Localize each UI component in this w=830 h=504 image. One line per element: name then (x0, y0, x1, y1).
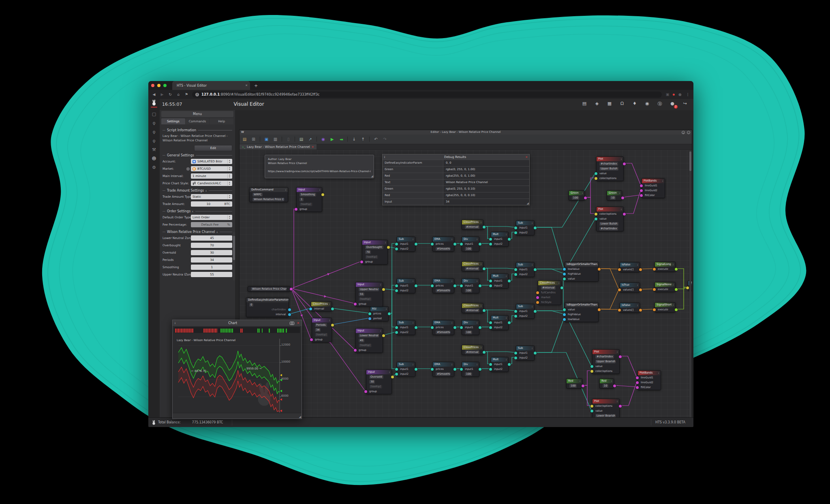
input-port[interactable] (514, 315, 517, 318)
redo-icon[interactable]: ↷ (382, 137, 387, 141)
node-cp_2[interactable]: ClosePricesi#interval (462, 303, 483, 313)
section-header[interactable]: Wilson Relative Price Channel∧ (163, 230, 232, 234)
node-plotUB[interactable]: Ploti#chartIndexUpper Bearishvaluecolor/… (592, 349, 620, 374)
output-port[interactable] (675, 288, 678, 291)
node-isf2[interactable]: IsFalseivalues[] (620, 303, 640, 313)
chart-title-bar[interactable]: i Chart ✕ (173, 320, 302, 326)
sidebar-menu-header[interactable]: Menu (161, 111, 233, 117)
input-port[interactable] (514, 231, 517, 234)
node-redA[interactable]: Redi100 (566, 378, 582, 389)
node-greenB[interactable]: Greeni10 (607, 190, 622, 201)
output-port[interactable] (675, 308, 678, 311)
input-port[interactable] (595, 218, 597, 220)
input-port[interactable] (636, 386, 639, 389)
output-port[interactable] (479, 368, 481, 371)
zoom-out-icon[interactable]: − (687, 131, 690, 134)
node-wrpc[interactable]: Wilson Relative Price Channel (248, 286, 291, 292)
input-port[interactable] (460, 243, 463, 246)
upload-icon[interactable]: ↑ (360, 137, 366, 141)
section-header[interactable]: Script Information (163, 128, 232, 132)
bell-icon[interactable]: Ω (619, 101, 625, 107)
input-port[interactable] (368, 317, 371, 320)
input-port[interactable] (590, 365, 593, 368)
output-port[interactable] (454, 368, 456, 371)
node-greenA[interactable]: Greeni100 (569, 190, 585, 201)
input-port[interactable] (431, 326, 434, 329)
copy-icon[interactable]: ▥ (273, 137, 278, 141)
input-port[interactable] (514, 273, 517, 276)
input-port[interactable] (536, 291, 539, 294)
stepper-icon[interactable]: ▴▾ (227, 181, 231, 186)
node-pbB[interactable]: PlotBandsilineGuid1lineGuid2fillColor (637, 370, 661, 390)
input-port[interactable] (563, 313, 566, 316)
node-inUNZ[interactable]: InputiUpper Neutra lZone55[tooltip]group (355, 282, 383, 307)
save-icon[interactable]: ▣ (264, 137, 269, 141)
input-port[interactable] (618, 288, 621, 291)
output-port[interactable] (534, 352, 537, 355)
output-port[interactable] (560, 286, 563, 289)
output-port[interactable] (483, 226, 486, 229)
input-port[interactable] (395, 284, 398, 287)
resize-handle-icon[interactable]: ◢ (527, 202, 529, 205)
output-port[interactable] (454, 243, 456, 246)
collapse-chevron-icon[interactable]: ∧ (205, 189, 207, 192)
field-main-interval-[interactable]: 1 minute▴▾ (191, 173, 232, 179)
output-port[interactable] (534, 310, 537, 313)
debug-results-panel[interactable]: i Debug Results ✕ DefineEasyIndicatorPar… (382, 154, 530, 205)
qr-icon[interactable]: ▦ (607, 101, 612, 107)
output-port[interactable] (454, 284, 456, 287)
node-sub1_2[interactable]: Subiinput1input2 (397, 320, 415, 335)
input-port[interactable] (636, 376, 639, 379)
section-header[interactable]: Order Settings∧ (163, 209, 232, 213)
input-port[interactable] (395, 248, 398, 250)
traffic-zoom-button[interactable] (163, 84, 167, 87)
input-port[interactable] (295, 208, 297, 211)
input-port[interactable] (364, 390, 367, 393)
collapse-chevron-icon[interactable]: ∧ (192, 210, 193, 213)
node-cpx[interactable]: ClosePricesi#intervalfullCandlesmarkethl… (538, 280, 561, 305)
node-sub1_3[interactable]: Subiinput1input2 (397, 362, 415, 377)
node-div_0[interactable]: Diviinput1100 (462, 237, 479, 252)
back-icon[interactable]: ◀ (152, 92, 156, 96)
profile-icon[interactable]: ● (678, 92, 682, 96)
output-port[interactable] (623, 213, 626, 216)
node-cp_3[interactable]: ClosePricesi#interval (462, 345, 483, 355)
coins-icon[interactable]: ◉ (644, 101, 650, 107)
output-port[interactable] (613, 384, 616, 387)
output-port[interactable] (675, 268, 678, 271)
output-port[interactable] (639, 268, 642, 271)
output-port[interactable] (331, 308, 334, 310)
open-icon[interactable]: ▤ (242, 137, 247, 141)
input-port[interactable] (590, 410, 593, 412)
editor-tab-close-icon[interactable]: ✕ (312, 145, 314, 149)
output-port[interactable] (508, 238, 511, 241)
node-mult_3[interactable]: Multiinput1input2 (491, 357, 509, 372)
input-port[interactable] (360, 261, 363, 263)
chart-panel[interactable]: i Chart ✕ Lazy Bear - Wilson Relative Pr… (172, 320, 302, 419)
node-isb2[interactable]: IsBiggerOrSmallerThanivaluehighValuelowV… (565, 302, 599, 322)
node-canvas[interactable]: DefineCommandiWRPCWilson Relative Price … (240, 150, 692, 427)
clone-icon[interactable]: ⊞ (251, 137, 256, 141)
map-icon[interactable]: ▤ (582, 101, 587, 107)
output-port[interactable] (508, 280, 511, 282)
file-icon[interactable]: ▤ (299, 137, 304, 141)
output-port[interactable] (479, 284, 481, 287)
bulb-icon[interactable]: ϙ (153, 138, 156, 143)
sidebar-tab-commands[interactable]: Commands (186, 118, 210, 124)
input-port[interactable] (431, 243, 434, 246)
output-port[interactable] (288, 308, 291, 311)
input-port[interactable] (489, 243, 492, 246)
input-port[interactable] (354, 303, 357, 305)
node-sigN[interactable]: SignalNoneiexecute (655, 282, 676, 292)
tag-icon[interactable]: ♦ (632, 101, 637, 107)
play-icon[interactable]: ▶ (329, 137, 335, 141)
input-port[interactable] (563, 278, 566, 280)
net-icon[interactable]: ◉ (321, 137, 326, 141)
debug-close-icon[interactable]: ✕ (525, 156, 528, 159)
clock[interactable]: 16:55:07 (162, 102, 182, 107)
output-port[interactable] (483, 309, 486, 312)
input-port[interactable] (595, 172, 597, 175)
btc-refresh-icon[interactable]: Ⓑ (657, 101, 663, 107)
stepper-icon[interactable]: ▴▾ (227, 215, 231, 220)
node-plotL[interactable]: Ploticolor/optionsvalueLower Bulish#char… (596, 207, 624, 231)
